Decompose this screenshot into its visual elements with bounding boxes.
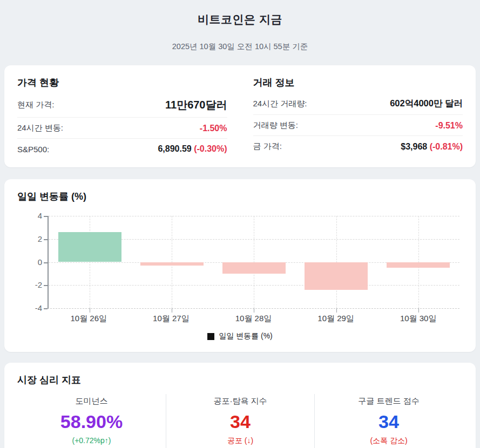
sp500-value: 6,890.59 (-0.30%) <box>158 144 227 154</box>
fear-greed-value: 34 <box>172 412 309 432</box>
chart-category-slot <box>295 216 377 308</box>
current-price-row: 현재 가격: 11만670달러 <box>17 92 227 118</box>
volume-24h-label: 24시간 거래량: <box>253 99 307 109</box>
fear-greed-metric: 공포·탐욕 지수 34 공포 (↓) <box>166 394 314 448</box>
change-24h-value: -1.50% <box>200 124 227 133</box>
chart-title: 일일 변동률 (%) <box>17 190 463 203</box>
price-section-title: 가격 현황 <box>17 76 227 89</box>
x-axis-tick-label: 10월 26일 <box>48 314 130 324</box>
dominance-note: (+0.72%p↑) <box>23 436 160 445</box>
volume-change-value: -9.51% <box>435 121 463 131</box>
info-card: 가격 현황 현재 가격: 11만670달러 24시간 변동: -1.50% S&… <box>4 65 476 167</box>
y-axis-tick-label: 4 <box>38 212 42 220</box>
change-24h-label: 24시간 변동: <box>17 123 63 133</box>
legend-swatch <box>207 333 214 340</box>
chart-bar <box>222 262 286 274</box>
trade-section-title: 거래 정보 <box>253 76 463 89</box>
timestamp-subtitle: 2025년 10월 30일 오전 10시 55분 기준 <box>0 42 480 52</box>
y-axis-tick-label: 0 <box>38 257 42 266</box>
sentiment-title: 시장 심리 지표 <box>17 374 463 386</box>
gold-price-change: (-0.81%) <box>430 142 463 151</box>
chart-bar <box>140 262 204 266</box>
legend-label: 일일 변동률 (%) <box>219 331 273 341</box>
volume-24h-value: 602억4000만 달러 <box>390 98 463 110</box>
page-title: 비트코인은 지금 <box>0 12 480 27</box>
chart-category-slot <box>49 216 131 308</box>
google-trends-note: (소폭 감소) <box>320 436 457 446</box>
x-axis-tick-label: 10월 27일 <box>130 314 213 324</box>
dominance-metric: 도미넌스 58.90% (+0.72%p↑) <box>17 394 166 448</box>
current-price-value: 11만670달러 <box>165 98 227 112</box>
x-axis-tick-label: 10월 30일 <box>377 314 459 324</box>
x-axis-tick-label: 10월 28일 <box>212 314 295 324</box>
sentiment-metrics: 도미넌스 58.90% (+0.72%p↑) 공포·탐욕 지수 34 공포 (↓… <box>17 394 463 448</box>
sp500-label: S&P500: <box>17 145 49 154</box>
gold-price-row: 금 가격: $3,968 (-0.81%) <box>253 136 463 157</box>
volume-change-label: 거래량 변동: <box>253 120 298 131</box>
gold-price-value: $3,968 (-0.81%) <box>401 142 463 152</box>
sp500-row: S&P500: 6,890.59 (-0.30%) <box>17 139 227 159</box>
chart-bar <box>305 262 368 290</box>
sentiment-card: 시장 심리 지표 도미넌스 58.90% (+0.72%p↑) 공포·탐욕 지수… <box>4 363 476 448</box>
gold-price-label: 금 가격: <box>253 141 282 152</box>
y-axis-tick-label: -4 <box>35 304 42 312</box>
change-24h-row: 24시간 변동: -1.50% <box>17 118 227 139</box>
chart-bar <box>387 262 450 268</box>
chart-category-slot <box>377 216 459 308</box>
volume-24h-row: 24시간 거래량: 602억4000만 달러 <box>253 92 463 115</box>
google-trends-label: 구글 트렌드 점수 <box>320 396 457 406</box>
y-axis-tick-label: -2 <box>35 281 42 289</box>
chart-legend: 일일 변동률 (%) <box>17 331 463 341</box>
daily-change-chart-card: 일일 변동률 (%) 420-2-4 10월 26일10월 27일10월 28일… <box>4 179 476 352</box>
chart-plot: 420-2-4 <box>48 216 459 309</box>
fear-greed-label: 공포·탐욕 지수 <box>172 396 309 406</box>
dominance-value: 58.90% <box>23 412 160 432</box>
price-section: 가격 현황 현재 가격: 11만670달러 24시간 변동: -1.50% S&… <box>17 74 227 159</box>
volume-change-row: 거래량 변동: -9.51% <box>253 115 463 136</box>
x-axis-tick-label: 10월 29일 <box>295 314 377 324</box>
chart-category-slot <box>131 216 213 308</box>
trade-section: 거래 정보 24시간 거래량: 602억4000만 달러 거래량 변동: -9.… <box>253 74 463 159</box>
dominance-label: 도미넌스 <box>23 396 160 406</box>
current-price-label: 현재 가격: <box>17 100 54 110</box>
chart-category-slot <box>213 216 295 308</box>
google-trends-value: 34 <box>320 412 457 432</box>
fear-greed-note: 공포 (↓) <box>172 436 309 446</box>
chart-bar <box>58 232 121 262</box>
y-axis-tick-label: 2 <box>38 235 42 243</box>
google-trends-metric: 구글 트렌드 점수 34 (소폭 감소) <box>314 394 463 448</box>
sp500-change: (-0.30%) <box>194 144 227 153</box>
